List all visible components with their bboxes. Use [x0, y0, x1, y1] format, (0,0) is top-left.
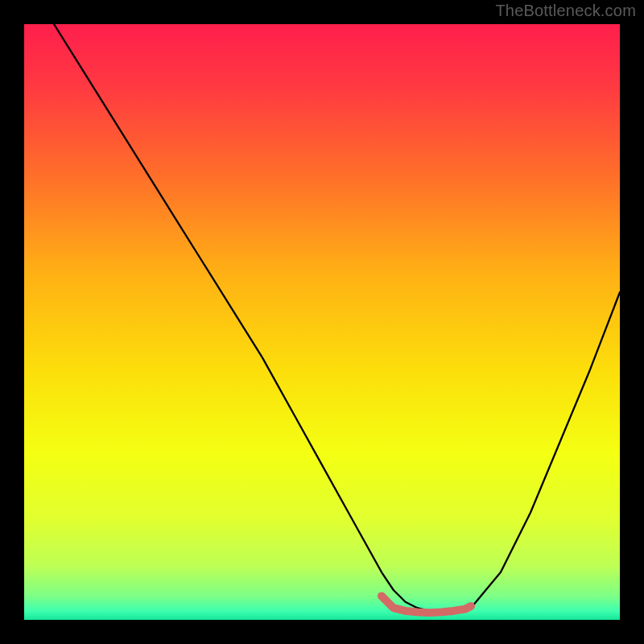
plot-area: [24, 24, 620, 620]
chart-container: TheBottleneck.com: [0, 0, 644, 644]
watermark-label: TheBottleneck.com: [495, 2, 636, 20]
gradient-background: [24, 24, 620, 620]
svg-rect-0: [24, 24, 620, 620]
